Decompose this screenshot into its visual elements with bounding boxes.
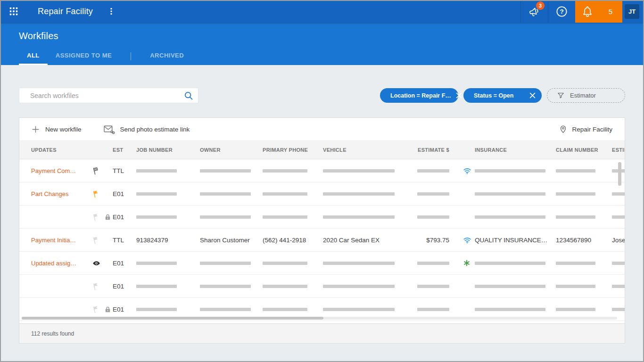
column-header-estimate[interactable]: ESTIMATE $ xyxy=(406,141,449,159)
new-workfile-button[interactable]: New workfile xyxy=(31,125,82,134)
lock-icon xyxy=(104,306,111,313)
cell-value: (562) 441-2918 xyxy=(263,237,306,244)
redacted-bar xyxy=(417,192,449,196)
tab-archived[interactable]: ARCHIVED xyxy=(142,52,192,65)
column-header-lock[interactable] xyxy=(102,141,113,159)
column-header-phone[interactable]: PRIMARY PHONE xyxy=(263,141,323,159)
cell-job xyxy=(136,159,200,182)
cell-job: 913824379 xyxy=(136,229,200,251)
redacted-bar xyxy=(417,308,449,311)
cell-value: 2020 Car Sedan EX xyxy=(323,237,380,244)
redacted-bar xyxy=(323,308,395,311)
cell-vehicle xyxy=(323,182,406,205)
redacted-bar xyxy=(136,192,177,196)
top-app-bar: Repair Facility 3 xyxy=(0,0,644,23)
tab-assigned-to-me[interactable]: ASSIGNED TO ME xyxy=(48,52,120,65)
cell-insurance xyxy=(449,206,556,228)
search-input[interactable] xyxy=(29,91,183,100)
redacted-bar xyxy=(556,215,595,219)
table-row[interactable]: E01 xyxy=(19,206,625,229)
user-avatar[interactable]: JT xyxy=(625,4,639,19)
cell-vehicle xyxy=(323,252,406,274)
table-row[interactable]: E01 xyxy=(19,275,625,298)
redacted-bar xyxy=(323,215,395,219)
flag-orange-icon xyxy=(92,189,100,198)
cell-claim xyxy=(556,252,606,274)
cell-estimator xyxy=(606,206,625,228)
cell-claim xyxy=(556,275,606,297)
chip-location-label: Location = Repair F… xyxy=(390,92,451,99)
redacted-bar xyxy=(612,262,625,265)
horizontal-scrollbar-thumb[interactable] xyxy=(22,317,323,320)
column-header-owner[interactable]: OWNER xyxy=(200,141,263,159)
cell-updates: Updated assig… xyxy=(19,252,90,274)
est-type: E01 xyxy=(113,190,124,197)
column-header-est[interactable]: EST xyxy=(113,141,136,159)
table-body: Payment Com…TTLPart ChangesE01E01Payment… xyxy=(19,159,625,324)
cell-lock xyxy=(102,182,113,205)
page-title: Workfiles xyxy=(19,31,644,41)
column-header-job[interactable]: JOB NUMBER xyxy=(136,141,200,159)
flag-gray-icon xyxy=(92,282,100,290)
update-link[interactable]: Part Changes xyxy=(31,190,69,197)
column-header-updates[interactable]: UPDATES xyxy=(19,141,90,159)
card-toolbar: New workfile Send photo estimate link Re… xyxy=(19,118,625,140)
column-header-claim[interactable]: CLAIM NUMBER xyxy=(556,141,606,159)
cell-value: 913824379 xyxy=(136,237,168,244)
cell-est: E01 xyxy=(113,182,136,205)
estimator-filter-button[interactable]: Estimator xyxy=(547,88,625,103)
cell-owner xyxy=(200,182,263,205)
chip-location-filter[interactable]: Location = Repair F… xyxy=(380,88,458,103)
redacted-bar xyxy=(323,285,395,288)
column-header-flag[interactable] xyxy=(90,141,102,159)
cell-updates: Payment Com… xyxy=(19,159,90,182)
cell-updates xyxy=(19,206,90,228)
notifications-button[interactable]: 5 xyxy=(575,0,622,23)
redacted-bar xyxy=(417,262,449,265)
cell-phone: (562) 441-2918 xyxy=(263,229,323,251)
workfiles-tabs: ALL ASSIGNED TO ME ARCHIVED xyxy=(19,52,644,65)
cell-job xyxy=(136,182,200,205)
vertical-scrollbar-thumb[interactable] xyxy=(618,162,621,186)
tab-all[interactable]: ALL xyxy=(19,52,48,65)
table-row[interactable]: Part ChangesE01 xyxy=(19,182,625,206)
chip-status-remove-button[interactable] xyxy=(525,92,536,99)
cell-lock xyxy=(102,159,113,182)
cell-phone xyxy=(263,275,323,297)
kebab-menu-button[interactable] xyxy=(107,7,116,16)
app-grid-button[interactable] xyxy=(8,6,19,16)
send-photo-estimate-link-button[interactable]: Send photo estimate link xyxy=(103,124,190,135)
redacted-bar xyxy=(136,285,177,288)
cell-lock xyxy=(102,229,113,251)
redacted-bar xyxy=(556,308,595,311)
redacted-bar xyxy=(200,308,251,311)
table-row[interactable]: Payment Initia…TTL913824379Sharon Custom… xyxy=(19,229,625,252)
table-row[interactable]: Updated assig…E01 xyxy=(19,252,625,275)
update-link[interactable]: Payment Com… xyxy=(31,167,76,174)
redacted-bar xyxy=(417,169,449,173)
help-button[interactable]: ? xyxy=(555,5,568,18)
column-header-vehicle[interactable]: VEHICLE xyxy=(323,141,406,159)
cell-est: E01 xyxy=(113,275,136,297)
update-link[interactable]: Updated assig… xyxy=(31,260,76,267)
redacted-bar xyxy=(200,169,251,173)
update-link[interactable]: Payment Initia… xyxy=(31,237,76,244)
cell-phone xyxy=(263,159,323,182)
wifi-icon xyxy=(462,166,475,175)
search-icon[interactable] xyxy=(183,90,194,101)
est-type: E01 xyxy=(113,283,124,290)
filter-row: Location = Repair F… Status = Open xyxy=(19,88,625,103)
location-indicator[interactable]: Repair Facility xyxy=(559,125,612,134)
estimator-filter-label: Estimator xyxy=(570,92,596,99)
redacted-bar xyxy=(475,308,545,311)
column-header-estimator[interactable]: ESTIMATOR xyxy=(606,141,625,159)
table-row[interactable]: Payment Com…TTL xyxy=(19,159,625,182)
svg-text:?: ? xyxy=(560,8,563,15)
chip-location-remove-button[interactable] xyxy=(451,92,462,99)
chip-status-filter[interactable]: Status = Open xyxy=(463,88,542,103)
horizontal-scrollbar-track[interactable] xyxy=(22,317,617,320)
cell-job xyxy=(136,275,200,297)
column-header-insurance[interactable]: INSURANCE xyxy=(449,141,556,159)
redacted-bar xyxy=(556,169,595,173)
chip-status-label: Status = Open xyxy=(474,92,513,99)
